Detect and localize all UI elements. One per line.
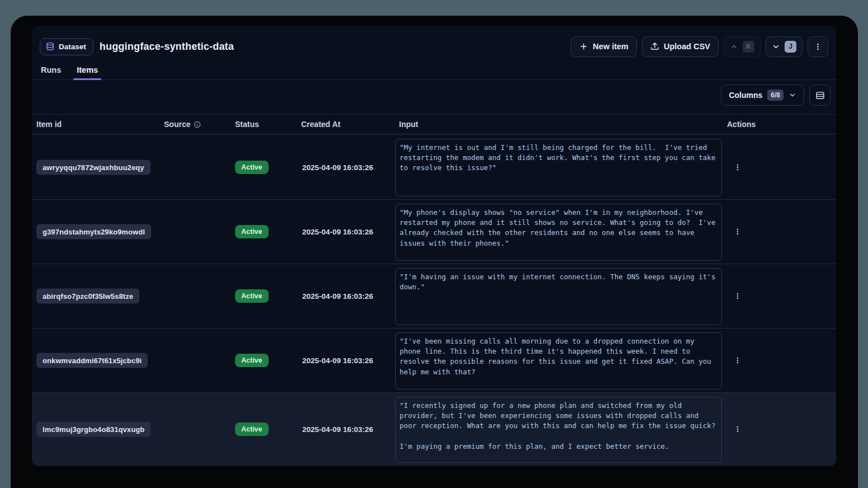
created-at-value: 2025-04-09 16:03:26 [302,356,373,365]
table-toolbar: Columns 6/8 [721,84,831,106]
header-more-menu-button[interactable] [808,36,828,57]
column-header-item-id[interactable]: Item id [36,115,62,134]
columns-dropdown-button[interactable]: Columns 6/8 [721,85,804,106]
row-actions-menu-button[interactable] [730,353,745,368]
item-id-pill[interactable]: onkwmvaddmi67t61x5jcbc9i [36,353,148,368]
app-window: Dataset huggingface-synthetic-data New i… [32,26,836,466]
rows-icon [815,91,825,100]
input-cell[interactable]: "I've been missing calls all morning due… [395,332,722,390]
info-icon [194,121,201,128]
columns-label: Columns [729,91,762,100]
status-badge: Active [235,289,269,303]
status-badge: Active [235,423,269,436]
kebab-menu-icon [734,227,742,236]
column-header-source[interactable]: Source [164,115,201,134]
row-actions-menu-button[interactable] [730,159,745,175]
table-row[interactable]: onkwmvaddmi67t61x5jcbc9i Active 2025-04-… [32,329,836,393]
page-title: huggingface-synthetic-data [100,41,234,53]
tab-items[interactable]: Items [77,60,98,79]
created-at-value: 2025-04-09 16:03:26 [302,163,373,171]
active-tab-underline [73,78,101,80]
database-icon [45,42,55,51]
upload-icon [650,42,659,51]
column-header-item-id-label: Item id [36,120,62,129]
tab-bar: Runs Items [32,60,836,80]
column-header-input[interactable]: Input [399,115,418,134]
table-header-row: Item id Source Status Created At Input A… [32,114,836,134]
column-header-source-label: Source [164,120,190,129]
column-header-created-at[interactable]: Created At [301,115,340,134]
column-header-created-at-label: Created At [301,120,340,129]
input-text: "I've been missing calls all morning due… [400,336,717,390]
upload-csv-button[interactable]: Upload CSV [642,36,719,57]
columns-count-badge: 6/8 [767,90,783,101]
new-item-button[interactable]: New item [571,36,637,57]
column-header-input-label: Input [399,120,418,129]
row-height-button[interactable] [809,85,831,106]
upload-csv-label: Upload CSV [664,42,710,51]
input-cell[interactable]: "My internet is out and I'm still being … [395,139,722,196]
input-text: "I'm having an issue with my internet co… [400,272,717,292]
input-cell[interactable]: "I recently signed up for a new phone pl… [395,397,722,463]
status-badge: Active [235,354,269,367]
item-id-pill[interactable]: lmc9muj3grgbo4o831qvxugb [36,422,151,437]
table-row[interactable]: abirqfso7pzc0f35lw5s8tze Active 2025-04-… [32,264,836,329]
column-header-status-label: Status [235,120,259,129]
chevron-down-icon [772,43,780,51]
tab-runs-label: Runs [41,65,61,74]
created-at-value: 2025-04-09 16:03:26 [302,425,373,434]
row-actions-menu-button[interactable] [730,288,745,304]
dataset-badge-label: Dataset [59,43,86,51]
plus-icon [579,42,588,51]
status-badge: Active [235,161,269,174]
window-shadow-frame: Dataset huggingface-synthetic-data New i… [11,16,858,488]
new-item-label: New item [593,42,628,51]
tab-items-label: Items [77,65,98,74]
next-item-button[interactable]: J [766,36,803,57]
status-badge: Active [235,225,269,238]
dataset-badge: Dataset [40,38,93,55]
table-row[interactable]: lmc9muj3grgbo4o831qvxugb Active 2025-04-… [32,393,836,466]
kebab-menu-icon [734,163,742,172]
column-header-actions: Actions [727,115,756,134]
column-header-actions-label: Actions [727,120,756,129]
previous-item-button[interactable]: K [724,36,761,57]
item-id-pill[interactable]: g397ndstahmyts29ko9mowdl [36,224,151,240]
item-id-pill[interactable]: awryyqqu7872wjaxhbuu2eqy [36,159,151,175]
input-text: "My internet is out and I'm still being … [400,143,717,173]
input-cell[interactable]: "I'm having an issue with my internet co… [395,268,722,325]
chevron-down-icon [789,91,796,99]
row-actions-menu-button[interactable] [730,224,745,240]
input-cell[interactable]: "My phone's display shows "no service" w… [395,204,722,261]
tab-runs[interactable]: Runs [41,60,61,79]
created-at-value: 2025-04-09 16:03:26 [302,292,373,301]
kebab-menu-icon [734,356,742,365]
table-row[interactable]: g397ndstahmyts29ko9mowdl Active 2025-04-… [32,200,836,264]
input-text: "My phone's display shows "no service" w… [400,208,717,248]
table-row[interactable]: awryyqqu7872wjaxhbuu2eqy Active 2025-04-… [32,135,836,200]
kebab-menu-icon [734,292,742,301]
keyboard-shortcut-j: J [785,41,796,53]
column-header-status[interactable]: Status [235,115,259,134]
created-at-value: 2025-04-09 16:03:26 [302,228,373,236]
kebab-menu-icon [734,425,742,434]
table-body: awryyqqu7872wjaxhbuu2eqy Active 2025-04-… [32,135,836,466]
kebab-menu-icon [814,42,822,51]
item-id-pill[interactable]: abirqfso7pzc0f35lw5s8tze [36,289,139,304]
input-text: "I recently signed up for a new phone pl… [400,401,717,452]
chevron-up-icon [730,43,738,51]
keyboard-shortcut-k: K [743,41,754,53]
row-actions-menu-button[interactable] [730,421,745,437]
